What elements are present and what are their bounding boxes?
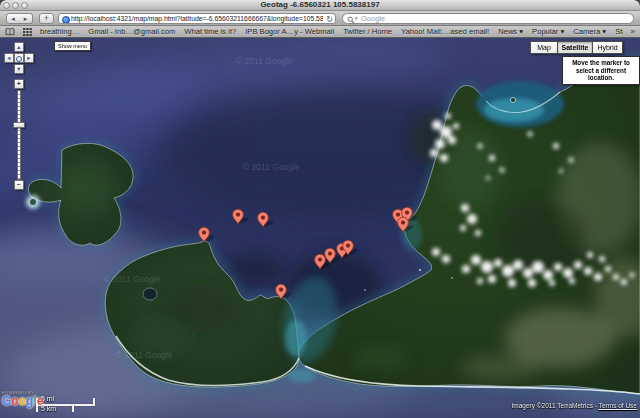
bookmark-item[interactable]: News ▾ (498, 27, 523, 36)
map-type-hybrid-button[interactable]: Hybrid (592, 41, 623, 54)
terms-of-use-link[interactable]: Terms of Use (599, 402, 637, 409)
browser-toolbar: ◂ ▸ + http://localhost:4321/map/map.html… (0, 11, 640, 26)
bookmark-item[interactable]: What time is it? (184, 27, 236, 36)
imagery-credit: Imagery ©2011 TerraMetrics - (512, 402, 597, 409)
map-type-map-button[interactable]: Map (530, 41, 558, 54)
new-tab-button[interactable]: + (39, 13, 54, 24)
scale-bar-km-tick (72, 404, 74, 412)
map-marker-4[interactable] (271, 279, 291, 300)
site-favicon-icon (62, 16, 70, 24)
bookmark-item[interactable]: Twitter / Home (343, 27, 392, 36)
forward-button[interactable]: ▸ (19, 13, 33, 24)
url-text[interactable]: http://localhost:4321/map/map.html?latit… (71, 15, 323, 23)
pan-down-button[interactable]: ▾ (14, 64, 24, 74)
window-title: Geotag -6.6560321 105.5838197 (0, 0, 640, 10)
logo-letter: o (11, 394, 18, 408)
logo-letter: o (19, 394, 26, 408)
zoom-in-button[interactable]: + (14, 79, 24, 89)
map-marker-8[interactable] (338, 235, 358, 256)
bookmarks-book-icon[interactable] (5, 28, 15, 36)
bookmarks-overflow-chevron[interactable]: » (631, 27, 635, 36)
map-marker-1[interactable] (194, 222, 214, 243)
search-placeholder: Google (361, 15, 385, 23)
pan-center-icon (16, 56, 22, 62)
bookmarks-items: breathing…Gmail - Inb…@gmail.comWhat tim… (40, 27, 623, 36)
bay-islet (511, 98, 516, 103)
address-bar[interactable]: http://localhost:4321/map/map.html?latit… (58, 13, 336, 24)
bookmark-item[interactable]: Yahoo! Mail:…ased email! (401, 27, 489, 36)
search-engine-caret-icon[interactable]: ▾ (355, 15, 358, 21)
zoom-slider-track[interactable] (17, 90, 21, 180)
minimize-window-button[interactable] (12, 2, 19, 9)
title-bar: Geotag -6.6560321 105.5838197 (0, 0, 640, 11)
show-menu-button[interactable]: Show menu (54, 41, 91, 51)
zoom-window-button[interactable] (21, 2, 28, 9)
map-attribution: Imagery ©2011 TerraMetrics - Terms of Us… (512, 402, 637, 409)
logo-letter: e (37, 394, 44, 408)
satellite-map-canvas[interactable] (0, 38, 640, 418)
bookmark-item[interactable]: Statistics ▾ (615, 27, 622, 36)
google-logo: POWERED BY Google (2, 390, 43, 407)
back-button[interactable]: ◂ (6, 13, 20, 24)
pan-up-button[interactable]: ▴ (14, 42, 24, 52)
bookmark-item[interactable]: Gmail - Inb…@gmail.com (88, 27, 175, 36)
map-type-satellite-button[interactable]: Satellite (557, 41, 593, 54)
map-marker-3[interactable] (253, 207, 273, 228)
browser-window: Geotag -6.6560321 105.5838197 ◂ ▸ + http… (0, 0, 640, 418)
zoom-out-button[interactable]: − (14, 180, 24, 190)
top-sites-grid-icon[interactable] (23, 28, 32, 36)
pan-center-button[interactable] (14, 53, 24, 63)
map-viewport[interactable]: © 2011 Google© 2011 Google© 2011 Google©… (0, 38, 640, 418)
pan-right-button[interactable]: ▸ (24, 53, 34, 63)
pan-left-button[interactable]: ◂ (4, 53, 14, 63)
bookmarks-bar: breathing…Gmail - Inb…@gmail.comWhat tim… (0, 26, 640, 38)
marker-tooltip: Move the marker to select a different lo… (562, 56, 640, 85)
scale-control: 5 mi 5 km (36, 395, 106, 415)
map-marker-11[interactable] (393, 212, 413, 233)
reload-icon[interactable]: ↻ (326, 15, 333, 24)
bookmark-item[interactable]: IPB Bogor A…y - Webmail (245, 27, 334, 36)
bookmark-item[interactable]: breathing… (40, 27, 79, 36)
bookmark-item[interactable]: Camera ▾ (573, 27, 606, 36)
zoom-slider-handle[interactable] (13, 122, 25, 128)
scale-bar-mi-tick (93, 398, 95, 406)
search-icon (347, 16, 355, 24)
logo-letter: G (2, 394, 11, 408)
search-field[interactable]: ▾ Google (342, 13, 634, 24)
bookmark-item[interactable]: Popular ▾ (532, 27, 564, 36)
close-window-button[interactable] (3, 2, 10, 9)
map-marker-2[interactable] (228, 204, 248, 225)
